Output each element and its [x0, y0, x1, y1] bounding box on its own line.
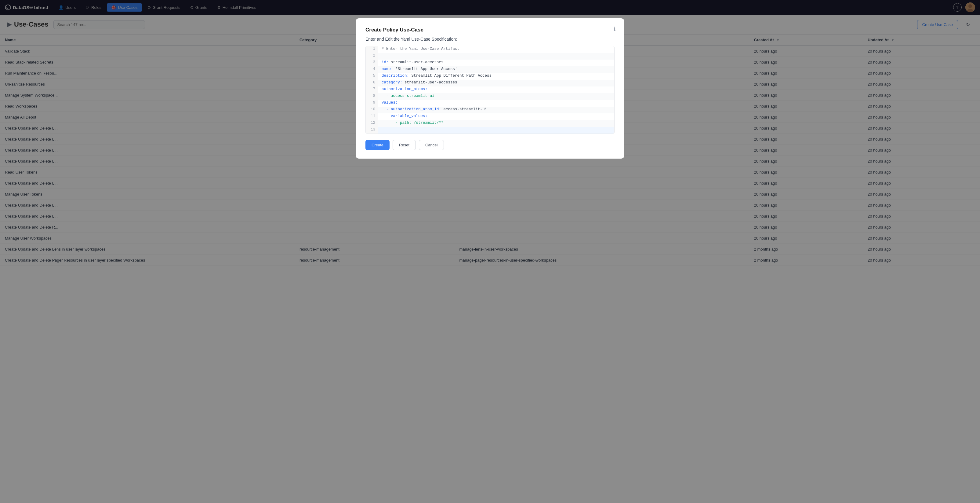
line-number-13: 13: [366, 127, 378, 134]
code-line-4: 4name: 'Streamlit App User Access': [366, 66, 614, 73]
code-line-5: 5description: Streamlit App Different Pa…: [366, 73, 614, 80]
reset-button[interactable]: Reset: [393, 140, 416, 150]
line-content-9: values:: [378, 100, 614, 107]
line-number-10: 10: [366, 107, 378, 113]
code-line-2: 2: [366, 53, 614, 59]
code-line-10: 10 - authorization_atom_id: access-strea…: [366, 107, 614, 113]
create-button[interactable]: Create: [366, 140, 390, 150]
line-number-7: 7: [366, 86, 378, 93]
modal-actions: Create Reset Cancel: [366, 140, 614, 150]
line-content-10: - authorization_atom_id: access-streamli…: [378, 107, 614, 113]
code-line-8: 8 - access-streamlit-ui: [366, 93, 614, 100]
line-content-8: - access-streamlit-ui: [378, 93, 614, 100]
modal-subtitle: Enter and Edit the Yaml Use-Case Specifi…: [366, 37, 614, 42]
code-line-1: 1# Enter the Yaml Use-Case Artifact: [366, 46, 614, 53]
line-content-5: description: Streamlit App Different Pat…: [378, 73, 614, 80]
line-content-3: id: streamlit-user-accesses: [378, 59, 614, 66]
modal-title: Create Policy Use-Case: [366, 27, 614, 33]
line-number-11: 11: [366, 113, 378, 120]
line-content-4: name: 'Streamlit App User Access': [378, 66, 614, 73]
code-line-9: 9values:: [366, 100, 614, 107]
line-number-1: 1: [366, 46, 378, 53]
code-line-12: 12 - path: /streamlit/**: [366, 120, 614, 127]
cancel-button[interactable]: Cancel: [419, 140, 444, 150]
line-number-5: 5: [366, 73, 378, 80]
line-number-2: 2: [366, 53, 378, 59]
line-content-7: authorization_atoms:: [378, 86, 614, 93]
line-content-13: [378, 127, 614, 134]
modal-info-icon[interactable]: ℹ: [614, 26, 616, 32]
line-content-2: [378, 53, 614, 59]
line-number-8: 8: [366, 93, 378, 100]
code-line-11: 11 variable_values:: [366, 113, 614, 120]
code-line-3: 3id: streamlit-user-accesses: [366, 59, 614, 66]
line-number-4: 4: [366, 66, 378, 73]
yaml-code-editor[interactable]: 1# Enter the Yaml Use-Case Artifact23id:…: [366, 46, 614, 134]
create-policy-modal: Create Policy Use-Case ℹ Enter and Edit …: [356, 18, 624, 159]
line-content-11: variable_values:: [378, 113, 614, 120]
code-line-7: 7authorization_atoms:: [366, 86, 614, 93]
modal-overlay[interactable]: Create Policy Use-Case ℹ Enter and Edit …: [0, 0, 980, 503]
code-line-6: 6category: streamlit-user-accesses: [366, 80, 614, 86]
line-number-3: 3: [366, 59, 378, 66]
line-content-1: # Enter the Yaml Use-Case Artifact: [378, 46, 614, 53]
line-number-9: 9: [366, 100, 378, 107]
code-line-13: 13: [366, 127, 614, 134]
line-content-12: - path: /streamlit/**: [378, 120, 614, 127]
line-number-12: 12: [366, 120, 378, 127]
line-number-6: 6: [366, 80, 378, 86]
line-content-6: category: streamlit-user-accesses: [378, 80, 614, 86]
